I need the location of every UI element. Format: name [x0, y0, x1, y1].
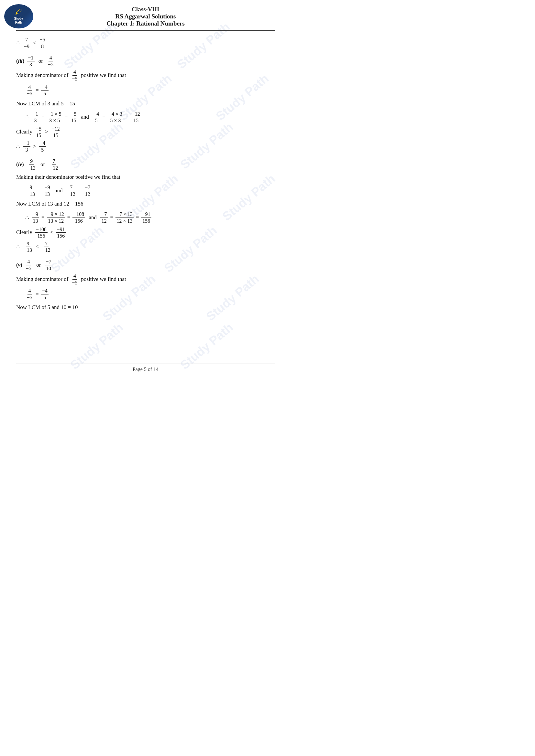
iii-lcm-calc: ∴ −13 = −1 × 53 × 5 = −515 and −45 = −4 …: [25, 111, 275, 123]
page-header: Class-VIII RS Aggarwal Solutions Chapter…: [16, 0, 275, 31]
iii-header: (iii) −13 or 4−5: [16, 55, 275, 67]
frac-neg4-5: −45: [41, 84, 48, 97]
iv-lcm-calc: ∴ −913 = −9 × 1213 × 12 = −108156 and −7…: [25, 211, 275, 224]
frac-neg5-8: −58: [38, 37, 47, 49]
iv-equiv: 9−13 = −913 and 7−12 = −712: [25, 185, 275, 197]
iii-therefore: ∴ −13 > −45: [16, 140, 275, 152]
section-iv: (iv) 9−13 or 7−12 Making their denominat…: [16, 158, 275, 253]
header-book: RS Aggarwal Solutions: [16, 13, 275, 20]
iv-lcm-stmt: Now LCM of 13 and 12 = 156: [16, 200, 275, 209]
section-result-iii-pre: ∴ 7−9 < −58: [16, 37, 275, 49]
frac-4-neg5-v: 4−5: [25, 259, 32, 271]
iii-label: (iii): [16, 57, 25, 66]
therefore-symbol: ∴: [16, 38, 20, 48]
header-class: Class-VIII: [16, 6, 275, 13]
iv-therefore: ∴ 9−13 < 7−12: [16, 241, 275, 253]
v-header: (v) 4−5 or −710: [16, 259, 275, 271]
frac-neg7-10: −710: [45, 259, 52, 271]
iii-making-denom: Making denominator of 4−5 positive we fi…: [16, 69, 275, 81]
frac-4-neg5: 4−5: [47, 55, 54, 67]
page-footer: Page 5 of 14: [16, 364, 275, 372]
frac-4-neg5-2: 4−5: [71, 69, 78, 81]
section-iii: (iii) −13 or 4−5 Making denominator of 4…: [16, 55, 275, 152]
header-chapter: Chapter 1: Rational Numbers: [16, 20, 275, 27]
frac-neg1-3: −13: [27, 55, 35, 67]
main-content: ∴ 7−9 < −58 (iii) −13 or 4−5 Making deno…: [16, 37, 275, 312]
therefore-line: ∴ 7−9 < −58: [16, 37, 275, 49]
v-equiv: 4−5 = −45: [25, 288, 275, 300]
frac-4-neg5-3: 4−5: [26, 84, 33, 97]
v-lcm-stmt: Now LCM of 5 and 10 = 10: [16, 303, 275, 312]
iv-clearly: Clearly −108156 < −91156: [16, 227, 275, 239]
iv-label: (iv): [16, 160, 24, 169]
frac-7-neg12: 7−12: [49, 158, 59, 171]
v-label: (v): [16, 260, 22, 270]
iii-lcm-stmt: Now LCM of 3 and 5 = 15: [16, 99, 275, 109]
v-making-denom: Making denominator of 4−5 positive we fi…: [16, 273, 275, 285]
iv-making-denom: Making their denominator positive we fin…: [16, 173, 275, 182]
section-v: (v) 4−5 or −710 Making denominator of 4−…: [16, 259, 275, 312]
iv-header: (iv) 9−13 or 7−12: [16, 158, 275, 171]
iii-equiv: 4−5 = −45: [25, 84, 275, 97]
footer-text: Page 5 of 14: [133, 366, 158, 372]
frac-9-neg13: 9−13: [27, 158, 37, 171]
page: 🖊 StudyPath Study Path Study Path Study …: [0, 0, 291, 378]
frac-7-neg9: 7−9: [22, 37, 31, 49]
iii-clearly: Clearly −515 > −1215: [16, 126, 275, 138]
